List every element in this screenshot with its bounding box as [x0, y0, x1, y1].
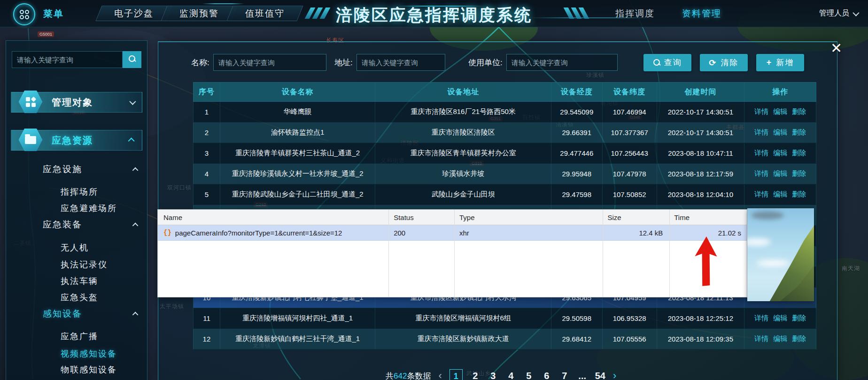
nav-monitor-warning[interactable]: 监测预警: [164, 6, 234, 21]
sidebar-search-input[interactable]: [12, 51, 123, 68]
sidebar-item-3[interactable]: 应急装备: [43, 218, 82, 232]
request-type: xhr: [454, 225, 602, 240]
add-button[interactable]: + 新增: [756, 54, 804, 71]
delete-link[interactable]: 删除: [792, 190, 806, 199]
table-row[interactable]: 12重庆涪陵新妙镇白鹤村三社干湾_通道_1重庆市涪陵区新妙镇新政大道29.684…: [193, 329, 816, 350]
sidebar-item-0[interactable]: 应急设施: [43, 162, 82, 176]
folder-icon: [18, 128, 43, 152]
edit-link[interactable]: 编辑: [773, 149, 787, 158]
device-table-header: 序号 设备名称 设备地址 设备经度 设备纬度 创建时间 操作: [193, 82, 816, 102]
page-number[interactable]: 5: [524, 371, 534, 380]
row-actions: 详情编辑删除: [754, 190, 806, 199]
sidebar-item-8[interactable]: 感知设备: [43, 307, 82, 321]
user-menu[interactable]: 管理人员: [819, 8, 858, 18]
cell-device-name: 重庆涪陵青羊镇群英村三社茶山_通道_2: [220, 143, 376, 163]
filter-unit-input[interactable]: [506, 54, 618, 71]
sidebar-item-11[interactable]: 物联感知设备: [61, 363, 117, 377]
cell-longitude: 29.477446: [551, 143, 603, 163]
cell-latitude: 107.377367: [603, 122, 657, 143]
filter-address-input[interactable]: [356, 54, 445, 71]
table-row[interactable]: 3重庆涪陵青羊镇群英村三社茶山_通道_2重庆市涪陵区青羊镇群英村办公室29.47…: [193, 143, 816, 164]
detail-link[interactable]: 详情: [754, 149, 768, 158]
network-request-row[interactable]: {} pageCameraInfo?monitorType=1&current=…: [158, 225, 747, 241]
edit-link[interactable]: 编辑: [773, 190, 787, 199]
sidebar-item-1[interactable]: 指挥场所: [61, 185, 98, 199]
cell-create-time: 2022-10-17 14:30:51: [657, 122, 745, 143]
cell-latitude: 107.05556: [603, 329, 657, 349]
table-row[interactable]: 2渝怀铁路监控点1重庆市涪陵区涪陵区29.66391107.3773672022…: [193, 122, 816, 143]
detail-link[interactable]: 详情: [754, 314, 768, 323]
edit-link[interactable]: 编辑: [773, 128, 787, 137]
detail-link[interactable]: 详情: [754, 190, 768, 199]
column-separator[interactable]: [388, 210, 389, 297]
detail-link[interactable]: 详情: [754, 334, 768, 343]
search-icon: [653, 59, 660, 66]
delete-link[interactable]: 删除: [792, 169, 806, 178]
red-annotation-arrow: [692, 235, 720, 290]
page-number[interactable]: 6: [542, 371, 552, 380]
net-col-status[interactable]: Status: [388, 210, 454, 225]
table-row[interactable]: 5重庆涪陵武陵山乡金子山二社田坝_通道_2武陵山乡金子山田坝29.4759810…: [193, 184, 816, 205]
next-page-button[interactable]: ›: [613, 370, 616, 380]
delete-link[interactable]: 删除: [792, 107, 806, 116]
detail-link[interactable]: 详情: [754, 128, 768, 137]
col-serial: 序号: [194, 83, 220, 101]
close-icon[interactable]: ✕: [830, 41, 842, 55]
net-col-name[interactable]: Name: [158, 210, 388, 225]
page-current[interactable]: 1: [450, 369, 463, 380]
page-number[interactable]: 2: [470, 371, 480, 380]
detail-link[interactable]: 详情: [754, 169, 768, 178]
page-ellipsis: ...: [577, 371, 588, 380]
pagination: 共642条数据 ‹ 1234567...54 ›: [386, 369, 616, 380]
query-button[interactable]: 查询: [643, 54, 691, 71]
net-col-type[interactable]: Type: [454, 210, 602, 225]
nav-duty-watch[interactable]: 值班值守: [230, 6, 300, 21]
page-number[interactable]: 7: [559, 371, 570, 380]
cell-serial: 12: [194, 329, 220, 349]
column-separator[interactable]: [603, 210, 603, 297]
cell-device-address: 重庆市涪陵区新妙镇新政大道: [375, 329, 551, 349]
edit-link[interactable]: 编辑: [773, 334, 787, 343]
net-col-size[interactable]: Size: [602, 210, 668, 225]
devtools-network-panel: Name Status Type Size Time {} pageCamera…: [157, 209, 747, 297]
column-separator[interactable]: [454, 210, 455, 297]
cell-device-name: 重庆涪陵珍溪镇永义村一社水井坡_通道_2: [220, 164, 376, 184]
table-row[interactable]: 1华峰鹰眼重庆市涪陵区816厂21号路西50米29.545099107.4699…: [193, 102, 816, 122]
sidebar-item-2[interactable]: 应急避难场所: [61, 201, 117, 215]
column-separator[interactable]: [669, 210, 670, 297]
sidebar-item-9[interactable]: 应急广播: [61, 329, 98, 343]
cell-longitude: 29.68412: [551, 329, 603, 349]
edit-link[interactable]: 编辑: [773, 169, 787, 178]
edit-link[interactable]: 编辑: [773, 107, 787, 116]
sidebar-group-management-objects[interactable]: 管理对象: [11, 92, 142, 113]
sidebar-item-10[interactable]: 视频感知设备: [61, 347, 117, 361]
table-row[interactable]: 4重庆涪陵珍溪镇永义村一社水井坡_通道_2珍溪镇水井坡29.95948107.4…: [193, 164, 816, 184]
sidebar-item-4[interactable]: 无人机: [61, 241, 89, 255]
clear-button[interactable]: ⟳ 清除: [700, 54, 748, 71]
filter-name-input[interactable]: [213, 54, 326, 71]
page-number[interactable]: 4: [506, 371, 516, 380]
prev-page-button[interactable]: ‹: [438, 370, 442, 380]
page-number[interactable]: 3: [488, 371, 498, 380]
delete-link[interactable]: 删除: [792, 314, 806, 323]
sidebar-item-7[interactable]: 应急头盔: [61, 290, 98, 304]
delete-link[interactable]: 删除: [792, 149, 806, 158]
tab-data-management[interactable]: 资料管理: [682, 8, 721, 20]
net-col-time[interactable]: Time: [668, 210, 747, 225]
detail-link[interactable]: 详情: [754, 107, 768, 116]
nav-electronic-sandbox[interactable]: 电子沙盘: [99, 6, 169, 21]
tab-command-dispatch[interactable]: 指挥调度: [615, 8, 655, 20]
cell-actions: 详情编辑删除: [744, 308, 816, 328]
edit-link[interactable]: 编辑: [773, 314, 787, 323]
sidebar-group-emergency-resources[interactable]: 应急资源: [11, 130, 142, 151]
sidebar-search-button[interactable]: [123, 51, 141, 68]
filter-name: 名称:: [191, 54, 326, 71]
table-row[interactable]: 11重庆涪陵增福镇河坝村四社_通道_1重庆市涪陵区增福镇河坝村6组29.5059…: [193, 308, 816, 329]
delete-link[interactable]: 删除: [792, 128, 806, 137]
sidebar-item-6[interactable]: 执法车辆: [61, 274, 98, 288]
row-actions: 详情编辑删除: [754, 107, 806, 116]
cloud-shape: [747, 238, 771, 246]
page-number[interactable]: 54: [595, 371, 605, 380]
sidebar-item-5[interactable]: 执法记录仪: [61, 258, 108, 272]
delete-link[interactable]: 删除: [792, 334, 806, 343]
